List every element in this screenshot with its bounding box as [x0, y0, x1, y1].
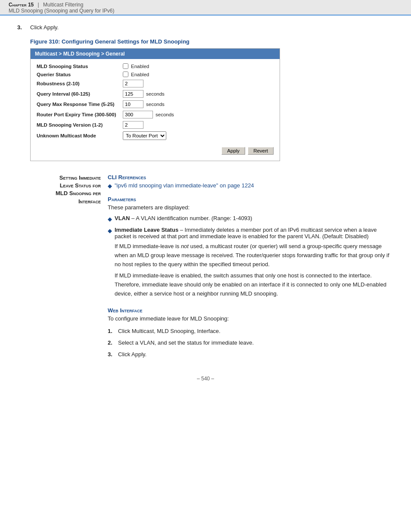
- field-value-router-port: seconds: [123, 111, 174, 118]
- param-extra-imm-2: If MLD immediate-leave is enabled, the s…: [115, 271, 394, 298]
- section-container: Setting Immediate Leave Status for MLD S…: [17, 174, 394, 363]
- input-query-max[interactable]: [123, 100, 143, 108]
- top-step-3-num: 3.: [17, 24, 30, 31]
- field-value-querier: Enabled: [123, 72, 149, 77]
- field-label-query-interval: Query Interval (60-125): [37, 91, 123, 96]
- field-value-mld-status: Enabled: [123, 63, 149, 69]
- param-name-vlan: VLAN: [115, 215, 130, 221]
- config-row-query-max: Query Max Response Time (5-25) seconds: [37, 100, 274, 108]
- config-panel: Multicast > MLD Snooping > General MLD S…: [30, 48, 280, 161]
- chapter-line: Chapter 15 | Multicast Filtering: [9, 2, 402, 8]
- param-desc-vlan: – A VLAN identification number. (Range: …: [131, 215, 252, 221]
- param-name-imm: Immediate Leave Status: [115, 227, 178, 233]
- input-router-port[interactable]: [123, 111, 153, 118]
- page-header: Chapter 15 | Multicast Filtering MLD Sno…: [0, 0, 411, 16]
- web-step-3-num: 3.: [108, 351, 118, 358]
- web-step-2: 2. Select a VLAN, and set the status for…: [108, 339, 394, 346]
- section-sidebar: Setting Immediate Leave Status for MLD S…: [17, 174, 108, 363]
- checkbox-querier[interactable]: [123, 72, 128, 77]
- sidebar-line2: Leave Status for: [60, 182, 101, 189]
- field-label-query-max: Query Max Response Time (5-25): [37, 102, 123, 107]
- field-label-mld-version: MLD Snooping Version (1-2): [37, 122, 123, 128]
- cli-link-text-1[interactable]: "ipv6 mld snooping vlan immediate-leave"…: [115, 182, 254, 189]
- field-label-unknown-multicast: Unknown Multicast Mode: [37, 133, 123, 138]
- unit-query-interval: seconds: [146, 91, 165, 96]
- param-vlan: ◆ VLAN – A VLAN identification number. (…: [108, 215, 394, 222]
- cli-link-1: ◆ "ipv6 mld snooping vlan immediate-leav…: [108, 182, 394, 189]
- web-step-3: 3. Click Apply.: [108, 351, 394, 358]
- web-step-3-text: Click Apply.: [118, 351, 146, 358]
- config-panel-header: Multicast > MLD Snooping > General: [31, 49, 280, 59]
- config-row-mld-version: MLD Snooping Version (1-2): [37, 121, 274, 129]
- revert-button[interactable]: Revert: [248, 147, 274, 155]
- checkbox-mld-status[interactable]: [123, 63, 128, 69]
- sidebar-line4: Interface: [78, 198, 101, 205]
- checkbox-querier-label: Enabled: [131, 72, 149, 77]
- config-row-mld-status: MLD Snooping Status Enabled: [37, 63, 274, 69]
- config-row-querier: Querier Status Enabled: [37, 72, 274, 77]
- field-label-mld-status: MLD Snooping Status: [37, 64, 123, 69]
- input-mld-version[interactable]: [123, 121, 143, 129]
- field-label-router-port: Router Port Expiry Time (300-500): [37, 112, 123, 117]
- sidebar-line1: Setting Immediate: [59, 174, 101, 181]
- sub-line: MLD Snooping (Snooping and Query for IPv…: [9, 8, 402, 14]
- params-heading: Parameters: [108, 196, 394, 202]
- sidebar-line3: MLD Snooping per: [56, 190, 101, 196]
- field-value-mld-version: [123, 121, 143, 129]
- apply-button[interactable]: Apply: [221, 147, 245, 155]
- sidebar-heading: Setting Immediate Leave Status for MLD S…: [17, 174, 101, 205]
- param-immediate-leave-body: Immediate Leave Status – Immediately del…: [115, 227, 394, 299]
- config-row-router-port: Router Port Expiry Time (300-500) second…: [37, 111, 274, 118]
- config-buttons: Apply Revert: [37, 144, 274, 155]
- bullet-diamond-1: ◆: [108, 183, 112, 189]
- section-main: CLI References ◆ "ipv6 mld snooping vlan…: [108, 174, 394, 363]
- unit-router-port: seconds: [156, 112, 174, 117]
- web-interface-heading: Web Interface: [108, 307, 394, 314]
- web-step-1-text: Click Multicast, MLD Snooping, Interface…: [118, 328, 221, 334]
- web-step-2-text: Select a VLAN, and set the status for im…: [118, 339, 254, 346]
- params-intro: These parameters are displayed:: [108, 204, 394, 211]
- param-immediate-leave: ◆ Immediate Leave Status – Immediately d…: [108, 227, 394, 299]
- param-extra-imm-1: If MLD immediate-leave is not used, a mu…: [115, 242, 394, 269]
- field-value-robustness: [123, 80, 143, 87]
- web-intro: To configure immediate leave for MLD Sno…: [108, 315, 394, 322]
- checkbox-mld-status-label: Enabled: [131, 64, 149, 69]
- main-content: 3. Click Apply. Figure 310: Configuring …: [0, 16, 411, 403]
- web-step-2-num: 2.: [108, 339, 118, 346]
- separator: |: [38, 2, 39, 8]
- top-step-3: 3. Click Apply.: [17, 24, 394, 31]
- input-robustness[interactable]: [123, 80, 143, 87]
- field-label-robustness: Robustness (2-10): [37, 81, 123, 86]
- cli-ref-heading: CLI References: [108, 174, 394, 180]
- web-step-1-num: 1.: [108, 328, 118, 334]
- config-row-unknown-multicast: Unknown Multicast Mode To Router Port: [37, 131, 274, 140]
- chapter-label: Chapter 15: [9, 2, 34, 8]
- bullet-diamond-imm: ◆: [108, 227, 112, 234]
- unit-query-max: seconds: [146, 102, 165, 107]
- top-step-3-text: Click Apply.: [30, 24, 59, 31]
- select-unknown-multicast[interactable]: To Router Port: [123, 131, 166, 140]
- field-value-query-max: seconds: [123, 100, 165, 108]
- field-label-querier: Querier Status: [37, 72, 123, 77]
- config-row-robustness: Robustness (2-10): [37, 80, 274, 87]
- field-value-unknown-multicast: To Router Port: [123, 131, 166, 140]
- web-step-1: 1. Click Multicast, MLD Snooping, Interf…: [108, 328, 394, 334]
- param-vlan-body: VLAN – A VLAN identification number. (Ra…: [115, 215, 394, 221]
- figure-caption: Figure 310: Configuring General Settings…: [30, 38, 394, 45]
- field-value-query-interval: seconds: [123, 90, 165, 98]
- page-footer: – 540 –: [17, 376, 394, 390]
- bullet-diamond-vlan: ◆: [108, 216, 112, 222]
- config-row-query-interval: Query Interval (60-125) seconds: [37, 90, 274, 98]
- config-panel-body: MLD Snooping Status Enabled Querier Stat…: [31, 59, 280, 161]
- chapter-title-text: Multicast Filtering: [43, 2, 83, 8]
- input-query-interval[interactable]: [123, 90, 143, 98]
